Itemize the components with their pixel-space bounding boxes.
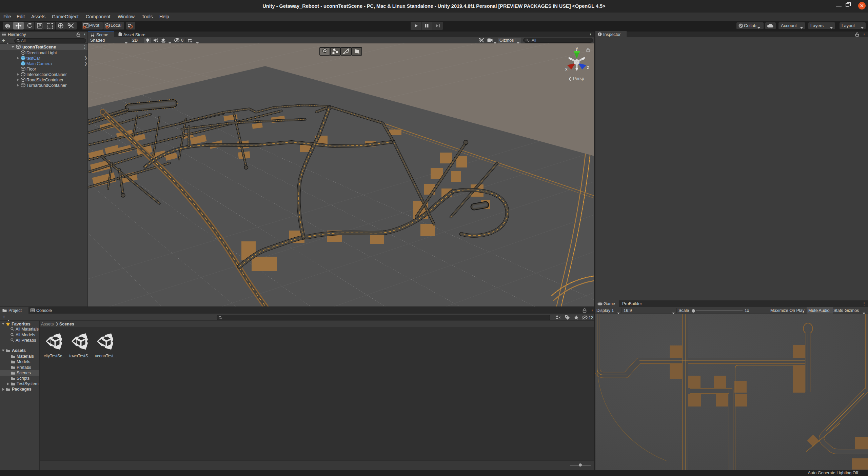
svg-text:y: y (576, 46, 578, 51)
svg-text:❮ Persp: ❮ Persp (568, 76, 584, 81)
svg-text:x: x (565, 66, 568, 72)
svg-text:z: z (587, 65, 589, 70)
